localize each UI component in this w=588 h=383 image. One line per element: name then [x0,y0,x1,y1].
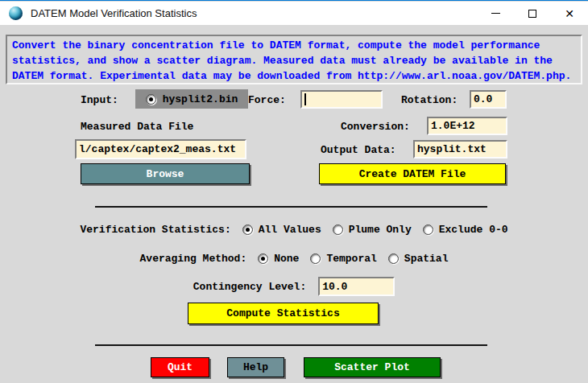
conversion-label: Conversion: [341,121,410,133]
window-controls: ✕ [477,2,588,25]
minimize-icon [491,13,500,14]
scatter-plot-button[interactable]: Scatter Plot [304,357,441,377]
averaging-method-row: Averaging Method: None Temporal Spatial [0,249,588,268]
radio-option-temporal[interactable]: Temporal [310,253,376,265]
globe-icon [9,6,23,20]
input-file-radio-icon [146,94,156,105]
create-datem-file-button[interactable]: Create DATEM File [319,163,506,184]
separator-line [95,344,487,346]
measured-data-file-label: Measured Data File [81,121,193,133]
verification-statistics-row: Verification Statistics: All Values Plum… [0,220,588,239]
plume-only-radio-icon [333,224,343,235]
close-icon: ✕ [565,7,574,20]
spatial-radio-icon [388,253,399,264]
minimize-button[interactable] [477,2,514,25]
radio-option-spatial[interactable]: Spatial [388,253,449,265]
output-data-input[interactable] [413,140,507,159]
input-file-radio-label: hysplit2.bin [163,93,238,105]
window-title: DATEM Model Verification Statistics [31,7,197,19]
rotation-input[interactable] [470,90,507,109]
contingency-level-row: Contingency Level: [0,276,588,297]
quit-button[interactable]: Quit [151,357,209,377]
radio-option-none[interactable]: None [258,253,299,265]
averaging-method-label: Averaging Method: [140,253,247,265]
radio-option-all-values[interactable]: All Values [242,224,321,236]
conversion-input[interactable] [427,117,507,135]
radio-option-exclude-0-0[interactable]: Exclude 0-0 [423,224,508,236]
verification-statistics-label: Verification Statistics: [80,224,230,236]
exclude-0-0-radio-icon [423,224,433,235]
force-input[interactable] [300,90,383,109]
force-label: Force: [248,94,286,106]
none-radio-icon [258,253,268,264]
contingency-level-label: Contingency Level: [193,281,306,293]
temporal-radio-icon [310,253,321,264]
compute-statistics-button[interactable]: Compute Statistics [188,303,379,324]
help-button[interactable]: Help [227,357,284,377]
output-data-label: Output Data: [321,144,396,156]
separator-line [95,206,487,208]
maximize-button[interactable] [514,2,551,25]
instruction-line-3: DATEM format. Experimental data may be d… [12,68,576,84]
all-values-radio-icon [242,224,253,235]
rotation-label: Rotation: [401,94,458,106]
instruction-line-1: Convert the binary concentration file to… [12,38,576,53]
input-file-radio-option[interactable]: hysplit2.bin [135,89,248,109]
maximize-icon [528,10,536,18]
browse-button[interactable]: Browse [81,163,250,184]
radio-option-plume-only[interactable]: Plume Only [333,224,412,236]
contingency-level-input[interactable] [318,277,395,296]
instruction-line-2: statistics, and show a scatter diagram. … [12,53,576,68]
datem-dialog-window: DATEM Model Verification Statistics ✕ Co… [0,0,588,383]
instruction-text: Convert the binary concentration file to… [6,35,582,84]
measured-path-input[interactable] [75,139,246,159]
close-button[interactable]: ✕ [551,2,588,25]
input-label: Input: [81,94,118,106]
text-cursor [304,93,306,105]
dialog-body: Convert the binary concentration file to… [0,25,588,383]
title-bar: DATEM Model Verification Statistics ✕ [0,2,588,25]
